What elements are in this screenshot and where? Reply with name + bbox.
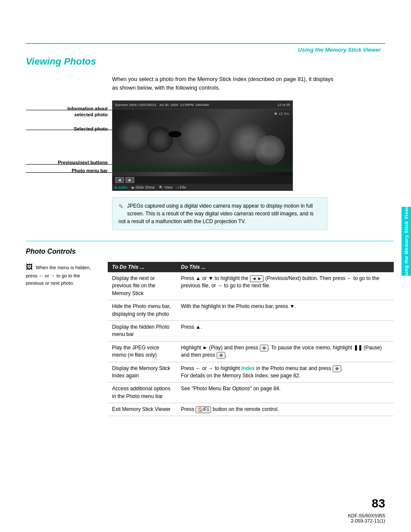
col2-header: Do This ...	[177, 262, 394, 272]
foliage-area	[112, 155, 293, 172]
connector-photo	[26, 130, 112, 130]
part-number: 2-059-372-11(1)	[348, 518, 385, 523]
todo-cell: Hide the Photo menu bar, displaying only…	[108, 300, 177, 321]
screenshot-mockup: Summer 2004 / DSC00012 Jul 30, 2004 12:5…	[112, 100, 293, 191]
page-header: Using the Memory Stick Viewer	[298, 47, 381, 53]
menu-file[interactable]: □ File	[177, 185, 186, 190]
connector-menubar	[26, 172, 112, 173]
table-row: Display the next or previous file on the…	[108, 272, 394, 300]
index-label: Index	[118, 185, 128, 190]
prev-next-key: ◄ ►	[250, 275, 264, 282]
section-tab: Using the Memory Stick Viewer	[402, 207, 411, 276]
main-content: Viewing Photos When you select a photo f…	[26, 56, 394, 416]
dothis-cell: Press ← or → to highlight Index in the P…	[177, 362, 394, 383]
enter-key-3: ⊕	[333, 365, 341, 372]
index-icon: ⊞	[114, 186, 117, 190]
todo-cell: Display the hidden Photo menu bar	[108, 320, 177, 341]
top-divider-line	[26, 43, 385, 44]
screenshot-icon: ✱ x2 0m	[274, 112, 289, 116]
flower-shape-1	[117, 118, 151, 152]
labels-column: Information about selected photo Selecte…	[26, 100, 112, 191]
menu-slideshow[interactable]: ▶ Slide Show	[132, 185, 155, 190]
image-container: Information about selected photo Selecte…	[26, 100, 394, 191]
dothis-cell: Highlight ► (Play) and then press ⊕. To …	[177, 341, 394, 362]
photo-controls-title: Photo Controls	[26, 248, 394, 255]
section-divider	[26, 241, 394, 241]
todo-cell: Access additional options in the Photo m…	[108, 383, 177, 403]
section-title: Viewing Photos	[26, 56, 394, 67]
left-side-note: 🖼 When the menu is hidden, press ← or → …	[26, 262, 99, 416]
slideshow-label: Slide Show	[135, 185, 155, 190]
screenshot-header: Summer 2004 / DSC00012 Jul 30, 2004 12:5…	[112, 101, 293, 109]
dothis-cell: Press 🏠/F1 button on the remote control.	[177, 403, 394, 416]
bottom-info: KDF-55/60XS955 2-059-372-11(1)	[348, 513, 385, 523]
left-note-text: When the menu is hidden, press ← or → to…	[26, 265, 91, 286]
file-label: File	[180, 185, 186, 190]
screenshot-header-right: 12 of 25	[277, 103, 290, 107]
col1-header: To Do This ...	[108, 262, 177, 272]
table-header-row: To Do This ... Do This ...	[108, 262, 394, 272]
section-tab-text: Using the Memory Stick Viewer	[404, 203, 409, 280]
photo-menu-bar: ⊞ Index ▶ Slide Show 🔍 View □ File	[112, 184, 293, 191]
controls-table: To Do This ... Do This ... Display the n…	[108, 262, 394, 416]
connector-info	[26, 110, 112, 110]
flower-shape-3	[177, 114, 220, 157]
view-icon: 🔍	[159, 186, 163, 190]
todo-cell: Display the Memory Stick Index again	[108, 362, 177, 383]
view-label: View	[164, 185, 172, 190]
dothis-cell: Press ▲.	[177, 320, 394, 341]
next-button[interactable]: ►	[125, 177, 134, 183]
insect-shape	[168, 131, 181, 137]
todo-cell: Display the next or previous file on the…	[108, 272, 177, 300]
screenshot-header-text: Summer 2004 / DSC00012 Jul 30, 2004 12:5…	[115, 103, 209, 107]
menu-view[interactable]: 🔍 View	[159, 185, 172, 190]
note-text: JPEGs captured using a digital video cam…	[118, 203, 314, 224]
controls-layout: 🖼 When the menu is hidden, press ← or → …	[26, 262, 394, 416]
flower-shape-2	[147, 127, 173, 152]
todo-cell: Exit Memory Stick Viewer	[108, 403, 177, 416]
home-key: 🏠/F1	[196, 406, 211, 413]
file-icon: □	[177, 186, 179, 190]
menu-index[interactable]: ⊞ Index	[114, 185, 128, 190]
table-row: Access additional options in the Photo m…	[108, 383, 394, 403]
todo-cell: Play the JPEG voice memo (✉ files only)	[108, 341, 177, 362]
page-number: 83	[372, 497, 385, 510]
table-row: Hide the Photo menu bar, displaying only…	[108, 300, 394, 321]
nav-buttons-row: ◄ ►	[112, 176, 293, 184]
enter-key-1: ⊕	[260, 345, 268, 352]
note-left-icon: 🖼	[26, 263, 33, 271]
selected-photo-label: Selected photo	[74, 126, 108, 131]
note-icon: ✎	[118, 202, 124, 211]
dothis-cell: Press ▲ or ▼ to highlight the ◄ ► (Previ…	[177, 272, 394, 300]
photo-area: ✱ x2 0m	[112, 109, 293, 176]
enter-key-2: ⊕	[217, 352, 225, 359]
table-row: Display the Memory Stick Index again Pre…	[108, 362, 394, 383]
table-row: Display the hidden Photo menu bar Press …	[108, 320, 394, 341]
info-label: Information about selected photo	[52, 106, 108, 118]
model-number: KDF-55/60XS955	[348, 513, 385, 518]
slideshow-icon: ▶	[132, 186, 134, 190]
dothis-cell: With the highlight in the Photo menu bar…	[177, 300, 394, 321]
intro-text: When you select a photo from the Memory …	[112, 75, 336, 92]
prev-button[interactable]: ◄	[115, 177, 124, 183]
table-row: Play the JPEG voice memo (✉ files only) …	[108, 341, 394, 362]
note-box: ✎ JPEGs captured using a digital video c…	[112, 197, 327, 230]
connector-prevnext	[26, 164, 112, 165]
dothis-cell: See "Photo Menu Bar Options" on page 84.	[177, 383, 394, 403]
table-row: Exit Memory Stick Viewer Press 🏠/F1 butt…	[108, 403, 394, 416]
